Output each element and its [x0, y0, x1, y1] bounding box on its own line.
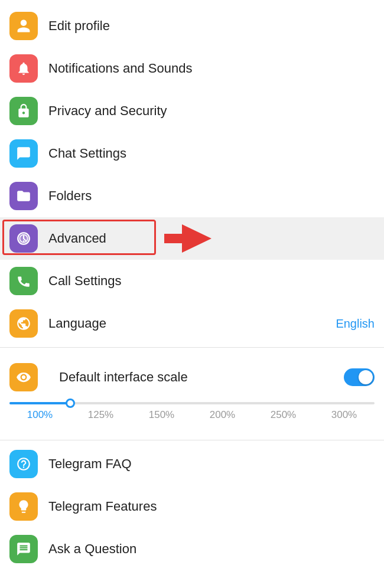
language-value: English	[336, 317, 375, 331]
scale-toggle[interactable]	[344, 368, 375, 386]
scale-slider-fill	[9, 402, 70, 404]
sidebar-item-label: Folders	[48, 188, 375, 204]
sidebar-item-label: Notifications and Sounds	[48, 61, 375, 76]
phone-icon	[9, 267, 38, 295]
question-icon	[9, 450, 38, 478]
scale-labels: 100% 125% 150% 200% 250% 300%	[9, 407, 375, 426]
sidebar-item-label: Advanced	[48, 231, 375, 246]
sidebar-item-label: Telegram FAQ	[48, 456, 375, 472]
sidebar-item-label: Edit profile	[48, 18, 375, 34]
globe-icon	[9, 309, 38, 338]
sidebar-item-label: Privacy and Security	[48, 103, 375, 119]
sidebar-item-features[interactable]: Telegram Features	[0, 485, 384, 528]
scale-label: Default interface scale	[59, 370, 344, 385]
sidebar-item-label: Chat Settings	[48, 146, 375, 161]
advanced-icon	[9, 224, 38, 253]
scale-option-200[interactable]: 200%	[192, 409, 253, 421]
scale-option-250[interactable]: 250%	[253, 409, 314, 421]
folder-icon	[9, 182, 38, 210]
sidebar-item-faq[interactable]: Telegram FAQ	[0, 443, 384, 485]
sidebar-item-chat-settings[interactable]: Chat Settings	[0, 132, 384, 175]
sidebar-item-notifications[interactable]: Notifications and Sounds	[0, 47, 384, 90]
sidebar-item-folders[interactable]: Folders	[0, 175, 384, 217]
sidebar-item-language[interactable]: Language English	[0, 302, 384, 345]
scale-icon	[9, 363, 38, 391]
sidebar-item-label: Call Settings	[48, 273, 375, 289]
sidebar-item-advanced[interactable]: Advanced	[0, 217, 384, 260]
sidebar-item-call-settings[interactable]: Call Settings	[0, 260, 384, 302]
scale-option-150[interactable]: 150%	[131, 409, 192, 421]
scale-option-125[interactable]: 125%	[70, 409, 131, 421]
divider-2	[0, 440, 384, 440]
bell-icon	[9, 54, 38, 83]
sidebar-item-label: Language	[48, 316, 336, 331]
scale-slider-thumb[interactable]	[66, 398, 75, 408]
person-icon	[9, 12, 38, 40]
sidebar-item-edit-profile[interactable]: Edit profile	[0, 5, 384, 47]
scale-slider-track[interactable]	[9, 402, 375, 404]
scale-option-100[interactable]: 100%	[9, 409, 70, 421]
scale-option-300[interactable]: 300%	[314, 409, 375, 421]
lock-icon	[9, 97, 38, 125]
sidebar-item-ask[interactable]: Ask a Question	[0, 528, 384, 570]
sidebar-item-privacy[interactable]: Privacy and Security	[0, 90, 384, 132]
settings-list: Edit profile Notifications and Sounds Pr…	[0, 0, 384, 575]
sidebar-item-label: Ask a Question	[48, 541, 375, 557]
message-icon	[9, 535, 38, 563]
chat-icon	[9, 139, 38, 168]
bulb-icon	[9, 492, 38, 521]
scale-section: Default interface scale 100% 125% 150% 2…	[0, 350, 384, 437]
sidebar-item-label: Telegram Features	[48, 499, 375, 514]
divider-1	[0, 347, 384, 348]
